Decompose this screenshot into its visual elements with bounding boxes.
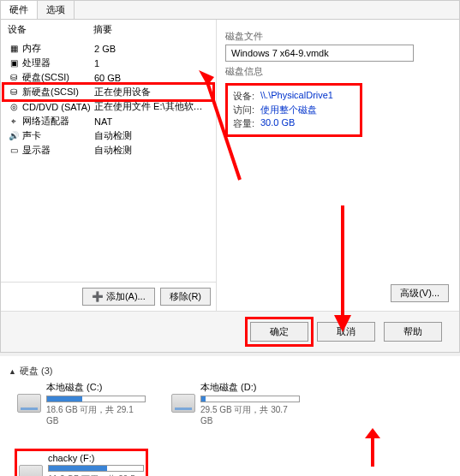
settings-dialog: 硬件 选项 设备 摘要 ▦内存2 GB▣处理器1⛁硬盘(SCSI)60 GB⛁新…	[0, 0, 460, 353]
drive-item[interactable]: 本地磁盘 (D:)29.5 GB 可用，共 30.7 GB	[171, 381, 300, 425]
tab-hardware[interactable]: 硬件	[1, 1, 38, 19]
device-icon: ▣	[8, 58, 20, 68]
device-name: 网络适配器	[22, 115, 94, 128]
dialog-buttons-row: 确定 取消 帮助	[1, 311, 459, 352]
device-row[interactable]: ▣处理器1	[4, 56, 212, 70]
header-summary: 摘要	[93, 23, 112, 36]
device-row[interactable]: ▦内存2 GB	[4, 41, 212, 56]
device-summary: 自动检测	[94, 144, 209, 157]
device-name: 硬盘(SCSI)	[22, 71, 94, 84]
drive-item[interactable]: chacky (F:)11.2 GB 可用，共 29.5 GB	[17, 451, 146, 476]
device-icon: ⛁	[8, 87, 20, 97]
help-button[interactable]: 帮助	[384, 322, 442, 342]
plus-icon: ➕	[92, 291, 104, 301]
device-summary: 自动检测	[94, 129, 209, 142]
device-summary: 60 GB	[94, 73, 209, 83]
ok-button[interactable]: 确定	[250, 322, 308, 342]
info-line: 设备:\\.\PhysicalDrive1	[233, 90, 355, 103]
info-value: \\.\PhysicalDrive1	[260, 90, 333, 103]
drive-icon	[19, 465, 43, 477]
info-line: 访问:使用整个磁盘	[233, 104, 355, 116]
device-summary: 1	[94, 58, 209, 68]
add-label: 添加(A)...	[106, 291, 146, 301]
device-name: 新硬盘(SCSI)	[22, 86, 94, 98]
capacity-bar	[46, 396, 146, 402]
info-value: 30.0 GB	[260, 117, 295, 130]
device-list[interactable]: ▦内存2 GB▣处理器1⛁硬盘(SCSI)60 GB⛁新硬盘(SCSI)正在使用…	[1, 39, 216, 282]
device-row[interactable]: ⛁新硬盘(SCSI)正在使用设备	[4, 85, 212, 99]
device-summary: 正在使用文件 E:\其他软件\操作系统...	[94, 100, 209, 113]
device-row[interactable]: ◎CD/DVD (SATA)正在使用文件 E:\其他软件\操作系统...	[4, 99, 212, 114]
capacity-bar	[200, 396, 300, 402]
device-row[interactable]: ⛁硬盘(SCSI)60 GB	[4, 70, 212, 85]
drive-capacity: 29.5 GB 可用，共 30.7 GB	[200, 404, 300, 425]
device-name: CD/DVD (SATA)	[22, 102, 94, 112]
drives-row: 本地磁盘 (C:)18.6 GB 可用，共 29.1 GB本地磁盘 (D:)29…	[17, 381, 451, 476]
device-row[interactable]: 🔊声卡自动检测	[4, 128, 212, 143]
info-key: 设备:	[233, 90, 260, 103]
drive-info: 本地磁盘 (C:)18.6 GB 可用，共 29.1 GB	[46, 381, 146, 425]
drive-name: 本地磁盘 (C:)	[46, 381, 146, 394]
disks-group-header[interactable]: ▲ 硬盘 (3)	[9, 365, 451, 378]
info-key: 容量:	[233, 117, 260, 130]
drive-name: 本地磁盘 (D:)	[200, 381, 300, 394]
diskfile-label: 磁盘文件	[225, 30, 451, 43]
capacity-bar	[48, 465, 144, 472]
device-icon: ⛁	[8, 73, 20, 82]
diskinfo-label: 磁盘信息	[225, 65, 451, 78]
drive-icon	[17, 394, 41, 413]
device-icon: ▦	[8, 44, 20, 53]
device-row[interactable]: ⌖网络适配器NAT	[4, 114, 212, 128]
device-summary: 2 GB	[94, 44, 209, 54]
device-icon: ▭	[8, 146, 20, 155]
explorer-panel: ▲ 硬盘 (3) 本地磁盘 (C:)18.6 GB 可用，共 29.1 GB本地…	[0, 356, 460, 476]
advanced-button[interactable]: 高级(V)...	[391, 284, 449, 302]
remove-device-button[interactable]: 移除(R)	[160, 288, 211, 306]
device-name: 内存	[22, 42, 94, 55]
drive-info: chacky (F:)11.2 GB 可用，共 29.5 GB	[48, 453, 144, 476]
drive-icon	[171, 394, 195, 413]
device-list-header: 设备 摘要	[1, 20, 216, 39]
device-detail-panel: 磁盘文件 Windows 7 x64-9.vmdk 磁盘信息 设备:\\.\Ph…	[217, 20, 459, 311]
device-buttons: ➕添加(A)... 移除(R)	[1, 282, 216, 311]
info-line: 容量:30.0 GB	[233, 117, 355, 130]
device-icon: 🔊	[8, 131, 20, 140]
tab-options[interactable]: 选项	[38, 1, 75, 19]
disks-group-label: 硬盘 (3)	[20, 365, 53, 378]
device-summary: 正在使用设备	[94, 86, 209, 98]
diskinfo-box: 设备:\\.\PhysicalDrive1访问:使用整个磁盘容量:30.0 GB	[225, 83, 362, 137]
drive-capacity: 18.6 GB 可用，共 29.1 GB	[46, 404, 146, 425]
collapse-icon: ▲	[9, 367, 16, 376]
device-name: 显示器	[22, 144, 94, 157]
diskfile-field[interactable]: Windows 7 x64-9.vmdk	[225, 45, 414, 62]
device-panel: 设备 摘要 ▦内存2 GB▣处理器1⛁硬盘(SCSI)60 GB⛁新硬盘(SCS…	[1, 20, 217, 311]
device-summary: NAT	[94, 116, 209, 127]
info-key: 访问:	[233, 104, 260, 116]
device-icon: ⌖	[8, 116, 20, 127]
info-value: 使用整个磁盘	[260, 104, 317, 116]
drive-name: chacky (F:)	[48, 453, 144, 463]
drive-info: 本地磁盘 (D:)29.5 GB 可用，共 30.7 GB	[200, 381, 300, 425]
device-name: 声卡	[22, 129, 94, 142]
cancel-button[interactable]: 取消	[317, 322, 375, 342]
device-row[interactable]: ▭显示器自动检测	[4, 143, 212, 158]
add-device-button[interactable]: ➕添加(A)...	[82, 288, 155, 306]
dialog-body: 设备 摘要 ▦内存2 GB▣处理器1⛁硬盘(SCSI)60 GB⛁新硬盘(SCS…	[1, 20, 459, 311]
tab-bar: 硬件 选项	[1, 1, 459, 20]
header-device: 设备	[8, 23, 93, 36]
device-icon: ◎	[8, 102, 20, 111]
device-name: 处理器	[22, 57, 94, 69]
drive-item[interactable]: 本地磁盘 (C:)18.6 GB 可用，共 29.1 GB	[17, 381, 146, 425]
